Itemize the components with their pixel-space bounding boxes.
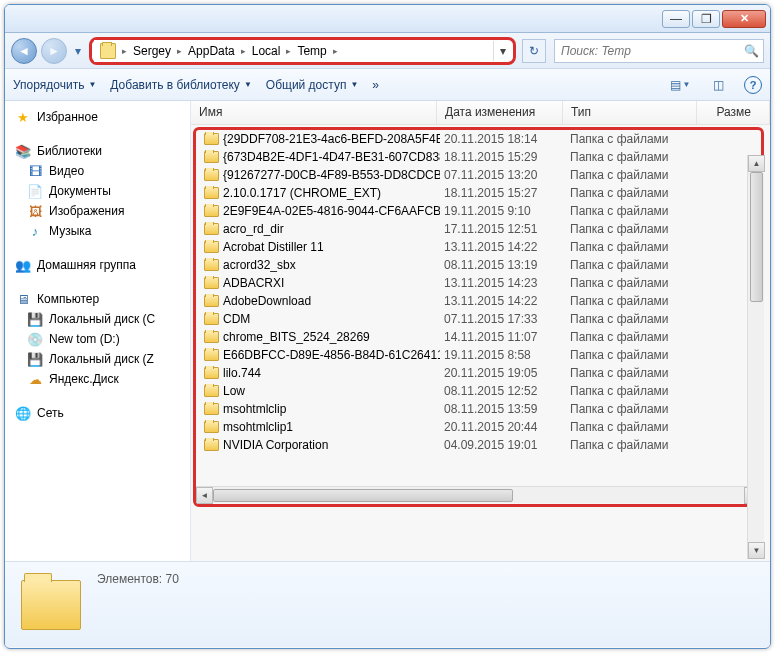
sidebar-yandex-disk[interactable]: ☁Яндекс.Диск <box>5 369 190 389</box>
sidebar-libraries[interactable]: 📚Библиотеки <box>5 141 190 161</box>
scroll-down-button[interactable]: ▼ <box>748 542 765 559</box>
folder-icon <box>204 385 219 397</box>
sidebar-favorites[interactable]: ★Избранное <box>5 107 190 127</box>
file-row[interactable]: 2.10.0.1717 (CHROME_EXT)18.11.2015 15:27… <box>196 184 761 202</box>
file-row[interactable]: acro_rd_dir17.11.2015 12:51Папка с файла… <box>196 220 761 238</box>
back-button[interactable]: ◄ <box>11 38 37 64</box>
breadcrumb-sergey[interactable]: Sergey <box>129 41 175 61</box>
sidebar-homegroup[interactable]: 👥Домашняя группа <box>5 255 190 275</box>
item-count-label: Элементов: 70 <box>97 572 179 586</box>
file-row[interactable]: {91267277-D0CB-4F89-B553-DD8CDCB84...07.… <box>196 166 761 184</box>
file-name-cell: AdobeDownload <box>200 294 440 308</box>
chevron-down-icon: ▼ <box>350 80 358 89</box>
file-row[interactable]: 2E9F9E4A-02E5-4816-9044-CF6AAFCBDF8B19.1… <box>196 202 761 220</box>
folder-icon <box>204 151 219 163</box>
horizontal-scrollbar[interactable]: ◄ ► <box>196 486 761 503</box>
file-date-cell: 08.11.2015 12:52 <box>440 384 566 398</box>
breadcrumb-separator[interactable]: ▸ <box>120 46 129 56</box>
file-type-cell: Папка с файлами <box>566 402 700 416</box>
address-dropdown[interactable]: ▾ <box>493 41 511 61</box>
address-bar[interactable]: ▸ Sergey ▸ AppData ▸ Local ▸ Temp ▸ <box>94 40 493 62</box>
file-row[interactable]: E66DBFCC-D89E-4856-B84D-61C26411E03E19.1… <box>196 346 761 364</box>
nav-row: ◄ ► ▾ ▸ Sergey ▸ AppData ▸ Local ▸ Temp … <box>5 33 770 69</box>
file-name-cell: {29DDF708-21E3-4ac6-BEFD-208A5F4B6B... <box>200 132 440 146</box>
minimize-button[interactable]: — <box>662 10 690 28</box>
column-type[interactable]: Тип <box>563 101 697 124</box>
sidebar-item-documents[interactable]: 📄Документы <box>5 181 190 201</box>
scroll-thumb[interactable] <box>213 489 513 502</box>
refresh-button[interactable]: ↻ <box>522 39 546 63</box>
breadcrumb-local[interactable]: Local <box>248 41 285 61</box>
scroll-up-button[interactable]: ▲ <box>748 155 765 172</box>
file-name-cell: {673D4B2E-4DF1-4D47-BE31-607CD83833... <box>200 150 440 164</box>
search-input[interactable] <box>559 43 744 59</box>
file-row[interactable]: chrome_BITS_2524_2826914.11.2015 11:07Па… <box>196 328 761 346</box>
file-row[interactable]: msohtmlclip08.11.2015 13:59Папка с файла… <box>196 400 761 418</box>
breadcrumb-separator[interactable]: ▸ <box>331 46 340 56</box>
file-row[interactable]: {673D4B2E-4DF1-4D47-BE31-607CD83833...18… <box>196 148 761 166</box>
folder-icon <box>204 169 219 181</box>
file-row[interactable]: msohtmlclip120.11.2015 20:44Папка с файл… <box>196 418 761 436</box>
close-button[interactable]: ✕ <box>722 10 766 28</box>
column-name[interactable]: Имя <box>191 101 437 124</box>
scroll-left-button[interactable]: ◄ <box>196 487 213 504</box>
drive-icon: 💾 <box>27 311 43 327</box>
preview-pane-button[interactable]: ◫ <box>706 75 730 95</box>
overflow-menu[interactable]: » <box>372 78 379 92</box>
breadcrumb-separator[interactable]: ▸ <box>175 46 184 56</box>
breadcrumb-separator[interactable]: ▸ <box>284 46 293 56</box>
breadcrumb-appdata[interactable]: AppData <box>184 41 239 61</box>
file-row[interactable]: Acrobat Distiller 1113.11.2015 14:22Папк… <box>196 238 761 256</box>
file-name-cell: acrord32_sbx <box>200 258 440 272</box>
file-name-cell: E66DBFCC-D89E-4856-B84D-61C26411E03E <box>200 348 440 362</box>
organize-menu[interactable]: Упорядочить▼ <box>13 78 96 92</box>
file-row[interactable]: acrord32_sbx08.11.2015 13:19Папка с файл… <box>196 256 761 274</box>
breadcrumb-temp[interactable]: Temp <box>293 41 330 61</box>
file-name-cell: NVIDIA Corporation <box>200 438 440 452</box>
sidebar-drive-c[interactable]: 💾Локальный диск (C <box>5 309 190 329</box>
file-list[interactable]: {29DDF708-21E3-4ac6-BEFD-208A5F4B6B...20… <box>196 130 761 486</box>
folder-icon <box>204 331 219 343</box>
sidebar-drive-d[interactable]: 💿New tom (D:) <box>5 329 190 349</box>
file-date-cell: 07.11.2015 17:33 <box>440 312 566 326</box>
file-date-cell: 20.11.2015 19:05 <box>440 366 566 380</box>
breadcrumb-separator[interactable]: ▸ <box>239 46 248 56</box>
view-options-button[interactable]: ▤ ▼ <box>668 75 692 95</box>
file-row[interactable]: NVIDIA Corporation04.09.2015 19:01Папка … <box>196 436 761 454</box>
column-size[interactable]: Разме <box>697 101 770 124</box>
folder-icon <box>204 313 219 325</box>
file-row[interactable]: Low08.11.2015 12:52Папка с файлами <box>196 382 761 400</box>
file-type-cell: Папка с файлами <box>566 204 700 218</box>
file-list-pane: Имя Дата изменения Тип Разме {29DDF708-2… <box>191 101 770 561</box>
file-date-cell: 18.11.2015 15:29 <box>440 150 566 164</box>
forward-button[interactable]: ► <box>41 38 67 64</box>
sidebar-drive-z[interactable]: 💾Локальный диск (Z <box>5 349 190 369</box>
file-row[interactable]: AdobeDownload13.11.2015 14:22Папка с фай… <box>196 292 761 310</box>
sidebar-network[interactable]: 🌐Сеть <box>5 403 190 423</box>
file-date-cell: 14.11.2015 11:07 <box>440 330 566 344</box>
nav-history-dropdown[interactable]: ▾ <box>71 41 85 61</box>
file-row[interactable]: ADBACRXI13.11.2015 14:23Папка с файлами <box>196 274 761 292</box>
search-box[interactable]: 🔍 <box>554 39 764 63</box>
share-menu[interactable]: Общий доступ▼ <box>266 78 359 92</box>
sidebar-item-pictures[interactable]: 🖼Изображения <box>5 201 190 221</box>
maximize-button[interactable]: ❐ <box>692 10 720 28</box>
file-row[interactable]: {29DDF708-21E3-4ac6-BEFD-208A5F4B6B...20… <box>196 130 761 148</box>
vertical-scrollbar[interactable]: ▲ ▼ <box>747 155 764 559</box>
sidebar-computer[interactable]: 🖥Компьютер <box>5 289 190 309</box>
file-type-cell: Папка с файлами <box>566 222 700 236</box>
sidebar-item-music[interactable]: ♪Музыка <box>5 221 190 241</box>
sidebar-item-video[interactable]: 🎞Видео <box>5 161 190 181</box>
file-date-cell: 20.11.2015 20:44 <box>440 420 566 434</box>
help-button[interactable]: ? <box>744 76 762 94</box>
video-icon: 🎞 <box>27 163 43 179</box>
scroll-thumb[interactable] <box>750 172 763 302</box>
folder-icon <box>204 367 219 379</box>
file-row[interactable]: CDM07.11.2015 17:33Папка с файлами <box>196 310 761 328</box>
file-type-cell: Папка с файлами <box>566 438 700 452</box>
search-icon[interactable]: 🔍 <box>744 44 759 58</box>
column-date[interactable]: Дата изменения <box>437 101 563 124</box>
file-row[interactable]: lilo.74420.11.2015 19:05Папка с файлами <box>196 364 761 382</box>
add-to-library-menu[interactable]: Добавить в библиотеку▼ <box>110 78 251 92</box>
cd-icon: 💿 <box>27 331 43 347</box>
